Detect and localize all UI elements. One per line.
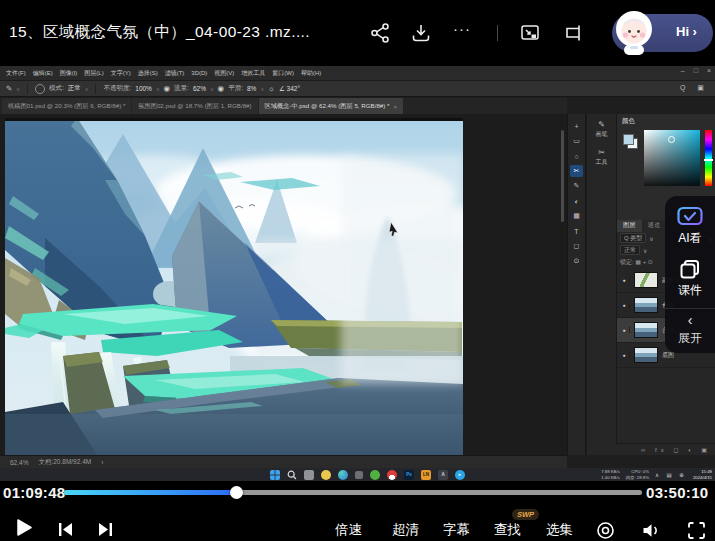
next-episode-button[interactable]: [95, 519, 116, 540]
layer-lock-row[interactable]: 锁定: ▦ + ⊙: [620, 258, 653, 267]
layer-thumbnail[interactable]: [634, 297, 658, 313]
ai-view-icon[interactable]: [677, 205, 703, 227]
layer-thumbnail[interactable]: [634, 272, 658, 288]
dock-brush-panel[interactable]: ✎ 画笔: [587, 120, 616, 139]
document-tab[interactable]: 线稿图01.psd @ 20.3% (图层 6, RGB/8#) *: [2, 98, 131, 114]
opacity-value[interactable]: 100%: [135, 85, 152, 92]
window-minimize-button[interactable]: –: [681, 67, 685, 74]
fullscreen-button[interactable]: [686, 520, 707, 541]
brush-tool-icon[interactable]: ✎: [6, 84, 12, 93]
avatar[interactable]: [610, 8, 658, 56]
photoshop-icon[interactable]: Ps: [404, 470, 414, 480]
dock-tools-panel[interactable]: ✂ 工具: [587, 148, 616, 167]
tool-dodge[interactable]: ◐: [570, 195, 583, 207]
layer-blend-mode[interactable]: 正常: [620, 245, 640, 255]
quality-button[interactable]: 超清: [392, 521, 419, 539]
menu-item-file[interactable]: 文件(F): [6, 69, 26, 78]
hue-slider[interactable]: [705, 130, 712, 186]
video-frame[interactable]: 文件(F) 编辑(E) 图像(I) 图层(L) 文字(Y) 选择(S) 滤镜(T…: [0, 66, 715, 481]
status-chevron-icon[interactable]: ›: [101, 459, 103, 466]
search-icon[interactable]: [287, 470, 297, 480]
play-button[interactable]: [13, 517, 34, 538]
document-tab-active[interactable]: 区域概念-中.psd @ 62.4% (图层 5, RGB/8#) * ×: [259, 98, 404, 114]
layer-visibility-icon[interactable]: ●: [619, 352, 630, 358]
progress-thumb[interactable]: [230, 486, 243, 499]
foreground-color-swatch[interactable]: [623, 134, 634, 145]
app-icon-yellow[interactable]: [321, 470, 331, 480]
download-button[interactable]: [410, 22, 432, 44]
episodes-button[interactable]: 选集: [546, 521, 573, 539]
menu-item-image[interactable]: 图像(I): [60, 69, 78, 78]
menu-item-3d[interactable]: 3D(D): [191, 70, 207, 76]
app-icon-orange[interactable]: LN: [421, 470, 431, 480]
tool-marquee[interactable]: ▭: [570, 135, 583, 147]
qq-icon[interactable]: [387, 470, 397, 480]
contacts-icon[interactable]: A: [438, 470, 448, 480]
taskbar-clock[interactable]: 15:482024/4/15: [693, 469, 712, 480]
brush-preset-preview[interactable]: [35, 84, 45, 94]
color-panel-tab[interactable]: 颜色: [622, 117, 635, 126]
window-close-button[interactable]: ×: [707, 67, 711, 74]
tool-brush[interactable]: ✎: [570, 180, 583, 192]
canvas-scrollbar[interactable]: [561, 130, 564, 222]
menu-item-select[interactable]: 选择(S): [138, 69, 158, 78]
app-icon-green[interactable]: [370, 470, 380, 480]
color-picker-marker[interactable]: [668, 136, 675, 143]
tool-pattern[interactable]: ▦: [570, 210, 583, 222]
file-explorer-icon[interactable]: [304, 470, 314, 480]
progress-track[interactable]: [64, 490, 642, 495]
layer-visibility-icon[interactable]: ●: [619, 327, 630, 333]
layer-visibility-icon[interactable]: ●: [619, 277, 630, 283]
layers-panel-footer-icons[interactable]: ∞ fx ◻ ◐ ▣: [616, 443, 715, 455]
tab-close-icon[interactable]: ×: [394, 103, 398, 110]
menu-item-help[interactable]: 帮助(H): [301, 69, 321, 78]
playback-speed-button[interactable]: 倍速: [335, 521, 362, 539]
airbrush-icon[interactable]: ◉: [218, 84, 225, 93]
windows-start-icon[interactable]: [270, 470, 280, 480]
menu-item-view[interactable]: 视图(V): [214, 69, 234, 78]
blend-mode-value[interactable]: 正常: [68, 84, 81, 93]
chevron-left-icon[interactable]: ‹: [688, 313, 693, 327]
tool-lasso[interactable]: ○: [570, 150, 583, 162]
tool-type[interactable]: T: [570, 225, 583, 237]
layer-thumbnail[interactable]: [634, 322, 658, 338]
brush-angle-value[interactable]: ∠ 342°: [279, 85, 300, 93]
expand-label[interactable]: 展开: [678, 330, 702, 347]
edge-browser-icon[interactable]: [338, 470, 348, 480]
volume-button[interactable]: [640, 520, 661, 541]
messenger-icon[interactable]: ▸: [455, 470, 465, 480]
channels-tab[interactable]: 通道: [642, 220, 667, 232]
app-icon-gray[interactable]: [355, 471, 363, 479]
hue-marker[interactable]: [704, 159, 713, 161]
subtitles-button[interactable]: 字幕: [443, 521, 470, 539]
menu-item-edit[interactable]: 编辑(E): [33, 69, 53, 78]
layers-tab[interactable]: 图层: [617, 220, 642, 232]
previous-episode-button[interactable]: [55, 519, 76, 540]
document-tab[interactable]: 氛围图02.psd @ 18.7% (图层 1, RGB/8#): [132, 98, 257, 114]
mini-player-button[interactable]: [519, 22, 541, 44]
zoom-level[interactable]: 62.4%: [10, 459, 28, 466]
more-menu-button[interactable]: ···: [453, 20, 475, 42]
layer-thumbnail[interactable]: [634, 347, 658, 363]
courseware-label[interactable]: 课件: [678, 282, 702, 299]
menu-item-window[interactable]: 窗口(W): [272, 69, 294, 78]
tray-icons[interactable]: ∧ ▤ ⊕: [655, 472, 687, 478]
smoothing-value[interactable]: 8%: [247, 85, 256, 92]
widescreen-button[interactable]: [561, 22, 583, 44]
painting-canvas[interactable]: [5, 118, 463, 455]
pressure-opacity-icon[interactable]: ◉: [164, 84, 171, 93]
layer-visibility-icon[interactable]: ●: [619, 302, 630, 308]
tool-zoom[interactable]: ⊙: [570, 255, 583, 267]
options-right-icons[interactable]: Q ▣: [680, 84, 709, 92]
settings-button[interactable]: [595, 520, 616, 541]
menu-item-layer[interactable]: 图层(L): [84, 69, 103, 78]
courseware-icon[interactable]: [679, 259, 701, 279]
menu-item-plugins[interactable]: 增效工具: [241, 69, 265, 78]
share-button[interactable]: [369, 22, 391, 44]
layer-filter-field[interactable]: Q 类型: [620, 233, 646, 243]
tool-shape[interactable]: ◻: [570, 240, 583, 252]
menu-item-type[interactable]: 文字(Y): [111, 69, 131, 78]
tool-move[interactable]: +: [570, 120, 583, 132]
window-maximize-button[interactable]: □: [694, 67, 698, 74]
tool-crop-active[interactable]: ✂: [570, 165, 583, 177]
